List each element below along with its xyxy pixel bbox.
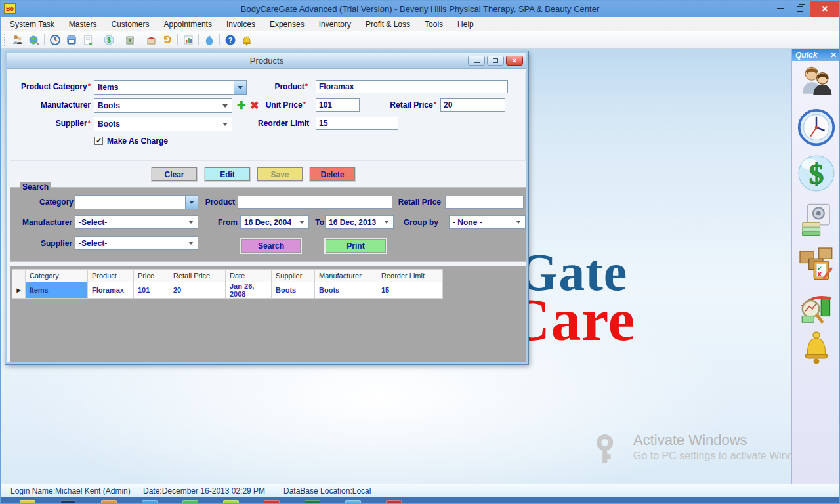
product-category-combo[interactable]: Items: [94, 80, 247, 94]
cell-product[interactable]: Floramax: [88, 282, 134, 299]
taskbar-app-icon[interactable]: [223, 500, 239, 504]
col-retail-price[interactable]: Retail Price: [169, 270, 226, 282]
taskbar-app-icon[interactable]: [182, 500, 198, 504]
menu-inventory[interactable]: Inventory: [312, 17, 358, 32]
edit-button[interactable]: Edit: [205, 167, 250, 181]
menubar: System Task Masters Customers Appointmen…: [0, 17, 840, 32]
help-icon[interactable]: ?: [222, 33, 238, 47]
menu-appointments[interactable]: Appointments: [157, 17, 219, 32]
taskbar-app-icon[interactable]: [386, 500, 402, 504]
retail-price-input[interactable]: [440, 98, 505, 112]
menu-help[interactable]: Help: [450, 17, 481, 32]
taskbar-app-icon[interactable]: [264, 500, 280, 504]
close-button[interactable]: ✕: [810, 0, 840, 17]
col-reorder-limit[interactable]: Reorder Limit: [377, 270, 443, 282]
unit-price-input[interactable]: [316, 98, 360, 112]
dialog-maximize-button[interactable]: [487, 56, 504, 66]
menu-expenses[interactable]: Expenses: [262, 17, 312, 32]
manufacturer-combo[interactable]: Boots: [94, 98, 232, 113]
menu-profit-loss[interactable]: Profit & Loss: [358, 17, 417, 32]
quick-bell-icon[interactable]: [800, 329, 833, 369]
taskbar-app-icon[interactable]: [345, 500, 361, 504]
world-icon[interactable]: [26, 33, 42, 47]
make-as-charge-checkbox[interactable]: ✓: [94, 136, 103, 145]
row-selector-header[interactable]: [12, 270, 26, 282]
dialog-minimize-button[interactable]: [468, 56, 485, 66]
col-date[interactable]: Date: [226, 270, 272, 282]
menu-system-task[interactable]: System Task: [3, 17, 62, 32]
taskbar-app-icon[interactable]: [60, 500, 76, 504]
col-manufacturer[interactable]: Manufacturer: [315, 270, 377, 282]
dialog-close-button[interactable]: ✕: [506, 56, 523, 66]
calendar-icon[interactable]: [63, 33, 79, 47]
report-chart-icon[interactable]: [180, 33, 196, 47]
quick-panel-title: Quick: [795, 51, 817, 60]
col-supplier[interactable]: Supplier: [272, 270, 315, 282]
dialog-titlebar[interactable]: Products ✕: [7, 53, 526, 69]
menu-customers[interactable]: Customers: [104, 17, 157, 32]
taskbar-app-icon[interactable]: [304, 500, 320, 504]
undo-arrow-icon[interactable]: [159, 33, 175, 47]
cell-category[interactable]: Items: [26, 282, 88, 299]
splash-icon[interactable]: [201, 33, 217, 47]
customers-icon[interactable]: [9, 33, 26, 47]
quick-customers-icon[interactable]: [798, 63, 835, 102]
product-input[interactable]: [316, 80, 508, 93]
supplier-combo[interactable]: Boots: [94, 117, 232, 131]
menu-invoices[interactable]: Invoices: [219, 17, 262, 32]
cell-supplier[interactable]: Boots: [272, 282, 315, 299]
quick-dollar-icon[interactable]: $: [797, 154, 836, 196]
cell-date[interactable]: Jan 26, 2008: [226, 282, 272, 299]
row-selector-arrow[interactable]: ▶: [12, 282, 26, 299]
cell-manufacturer[interactable]: Boots: [315, 282, 377, 299]
remove-manufacturer-icon[interactable]: ✖: [250, 99, 259, 112]
sales-box-icon[interactable]: [142, 33, 159, 47]
minimize-button[interactable]: [770, 0, 790, 17]
search-supplier-combo[interactable]: -Select-: [75, 236, 198, 250]
cell-price[interactable]: 101: [134, 282, 169, 299]
menu-masters[interactable]: Masters: [62, 17, 104, 32]
quick-inventory-icon[interactable]: ✔✘: [797, 242, 836, 284]
from-date-picker[interactable]: 16 Dec, 2004: [240, 215, 309, 229]
quick-clock-icon[interactable]: [797, 108, 836, 150]
group-by-combo[interactable]: - None -: [449, 215, 526, 229]
invoice-icon[interactable]: [79, 33, 96, 47]
clear-button[interactable]: Clear: [152, 167, 197, 181]
search-manufacturer-combo[interactable]: -Select-: [75, 215, 198, 229]
search-category-combo[interactable]: [75, 195, 198, 209]
print-button[interactable]: Print: [326, 239, 386, 253]
col-category[interactable]: Category: [26, 270, 88, 282]
quick-safe-icon[interactable]: [799, 202, 834, 240]
delete-button[interactable]: Delete: [310, 167, 355, 181]
taskbar-app-icon[interactable]: [101, 500, 117, 504]
cell-reorder-limit[interactable]: 15: [377, 282, 443, 299]
col-price[interactable]: Price: [134, 270, 169, 282]
activate-windows-watermark: Activate Windows Go to PC settings to ac…: [593, 432, 815, 469]
supplier-value: Boots: [94, 119, 120, 129]
reorder-limit-input[interactable]: [316, 117, 398, 130]
search-button[interactable]: Search: [242, 239, 301, 253]
taskbar-app-icon[interactable]: [142, 500, 158, 504]
menu-tools[interactable]: Tools: [417, 17, 450, 32]
make-as-charge-label: Make As Charge: [107, 136, 168, 146]
search-product-input[interactable]: [238, 196, 392, 209]
restore-button[interactable]: [790, 0, 810, 17]
bell-icon[interactable]: [238, 33, 255, 47]
chevron-down-icon[interactable]: [185, 196, 198, 209]
save-button[interactable]: Save: [257, 167, 303, 181]
to-date-picker[interactable]: 16 Dec, 2013: [325, 215, 394, 229]
quick-report-search-icon[interactable]: [797, 287, 835, 328]
taskbar-app-icon[interactable]: [20, 500, 35, 504]
clock-icon[interactable]: [47, 33, 63, 47]
col-product[interactable]: Product: [88, 270, 134, 282]
required-asterisk: *: [303, 100, 306, 108]
add-manufacturer-icon[interactable]: ✚: [237, 99, 245, 112]
search-retail-price-input[interactable]: [445, 196, 524, 209]
grid-data-row[interactable]: ▶ Items Floramax 101 20 Jan 26, 2008 Boo…: [12, 282, 443, 299]
money-icon[interactable]: $: [100, 33, 117, 47]
quick-close-icon[interactable]: ✕: [830, 51, 837, 60]
search-panel: Search Category Product Retail Price Man…: [10, 187, 526, 262]
product-box-icon[interactable]: [121, 33, 138, 47]
cell-retail-price[interactable]: 20: [169, 282, 226, 299]
chevron-down-icon[interactable]: [234, 81, 246, 94]
